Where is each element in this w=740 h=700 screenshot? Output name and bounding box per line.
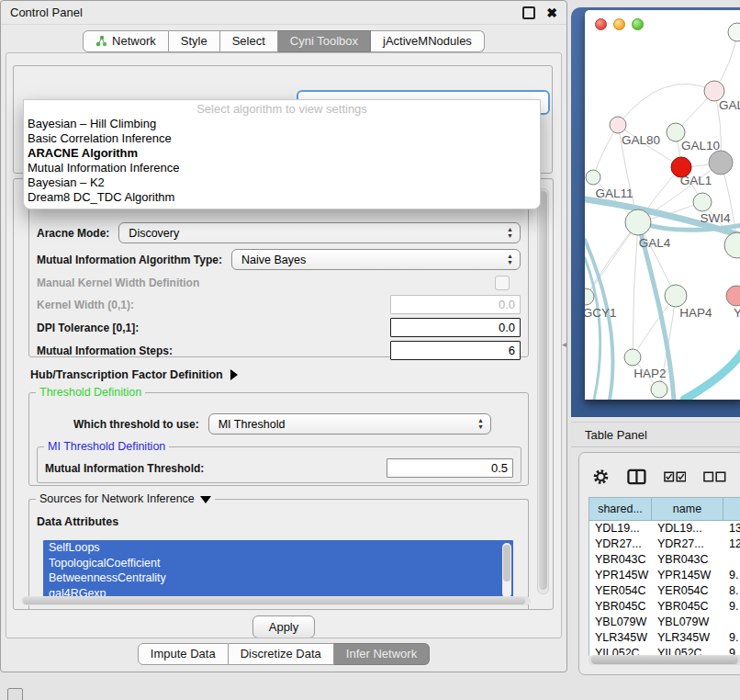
attribute-item-selected[interactable]: TopologicalCoefficient — [43, 556, 513, 571]
table-panel-title: Table Panel — [585, 428, 647, 442]
close-icon[interactable]: ✖ — [546, 6, 557, 19]
network-canvas[interactable]: GALGAL80GAL10GAL1GAL11SWI4GAL4GCY1HAP4YH… — [585, 10, 740, 400]
mi-steps-input[interactable]: 6 — [390, 341, 521, 360]
table-column-header[interactable]: shared... — [589, 498, 652, 521]
tab-discretize-data[interactable]: Discretize Data — [229, 643, 334, 665]
table-cell: 9. — [723, 630, 740, 646]
select-all-checkboxes-icon[interactable] — [664, 471, 687, 482]
which-threshold-value: MI Threshold — [219, 418, 286, 431]
mi-type-combo[interactable]: Naive Bayes ▲▼ — [231, 249, 521, 270]
algorithm-option[interactable]: Dream8 DC_TDC Algorithm — [24, 190, 540, 205]
network-node-gcy1[interactable] — [585, 288, 594, 305]
control-panel-tab-bar: NetworkStyleSelectCyni ToolboxjActiveMNo… — [1, 30, 566, 52]
network-node-hap2[interactable] — [624, 349, 641, 366]
combo-arrows-icon: ▲▼ — [507, 226, 513, 239]
node-label: HAP2 — [633, 367, 666, 380]
algorithm-option[interactable]: Basic Correlation Inference — [24, 131, 540, 146]
tab-label: Impute Data — [151, 647, 216, 660]
network-view-window[interactable]: GALGAL80GAL10GAL1GAL11SWI4GAL4GCY1HAP4YH… — [585, 10, 740, 400]
network-node[interactable] — [728, 23, 740, 41]
tab-cyni-toolbox[interactable]: Cyni Toolbox — [278, 30, 371, 52]
algorithm-option[interactable]: Bayesian – K2 — [24, 175, 540, 190]
table-cell: YER054C — [652, 583, 723, 599]
float-window-icon[interactable] — [522, 6, 535, 19]
tab-jactivemnodules[interactable]: jActiveMNodules — [371, 30, 485, 52]
mi-threshold-input[interactable]: 0.5 — [387, 458, 513, 478]
tab-label: Select — [232, 34, 265, 48]
table-horizontal-scrollbar[interactable] — [589, 655, 740, 665]
mi-threshold-label: Mutual Information Threshold: — [45, 462, 204, 475]
network-view-frame: GALGAL80GAL10GAL1GAL11SWI4GAL4GCY1HAP4YH… — [571, 7, 740, 417]
tab-network[interactable]: Network — [83, 30, 169, 52]
settings-vertical-scrollbar[interactable] — [537, 188, 549, 594]
aracne-mode-label: Aracne Mode: — [37, 227, 109, 240]
tab-impute-data[interactable]: Impute Data — [138, 643, 229, 665]
network-node-gal11[interactable] — [586, 170, 600, 185]
minimized-panel-icon[interactable] — [7, 688, 23, 700]
network-node-gal1[interactable] — [693, 193, 712, 211]
kernel-width-input[interactable]: 0.0 — [390, 295, 521, 314]
network-node[interactable] — [709, 151, 733, 175]
tab-label: Discretize Data — [241, 647, 321, 660]
tab-style[interactable]: Style — [169, 30, 220, 52]
table-panel-window: shared...name YDL19...YDL19...13YDR27...… — [578, 452, 740, 675]
algorithm-option[interactable]: ARACNE Algorithm — [24, 146, 540, 161]
cyni-bottom-tab-bar: Impute DataDiscretize DataInfer Network — [1, 643, 566, 665]
deselect-checkboxes-icon[interactable] — [703, 471, 726, 482]
splitter-collapse-arrow[interactable]: ◂ — [562, 339, 566, 349]
network-node-gal80[interactable] — [610, 117, 626, 133]
table-cell: 13 — [723, 521, 740, 536]
table-row[interactable]: YBL079WYBL079W — [589, 615, 740, 630]
combo-arrows-icon: ▲▼ — [477, 417, 484, 430]
mi-threshold-group: MI Threshold Definition Mutual Informati… — [37, 446, 521, 483]
network-node-gal4[interactable] — [625, 209, 651, 235]
attributes-list-scrollbar[interactable] — [502, 543, 511, 598]
collapse-down-icon — [200, 496, 211, 503]
table-row[interactable]: YBR043CYBR043C — [589, 552, 740, 568]
hub-definition-expander[interactable]: Hub/Transcription Factor Definition — [30, 367, 545, 383]
manual-kernel-checkbox[interactable] — [495, 276, 510, 290]
table-row[interactable]: YPR145WYPR145W9. — [589, 568, 740, 583]
settings-horizontal-scrollbar[interactable] — [21, 596, 531, 605]
network-node-hap4[interactable] — [665, 285, 687, 307]
tab-label: Infer Network — [346, 647, 417, 660]
table-cell: YBR045C — [589, 599, 652, 615]
network-node-swi4[interactable] — [724, 232, 740, 258]
window-zoom-button[interactable] — [632, 18, 644, 30]
aracne-mode-combo[interactable]: Discovery ▲▼ — [118, 222, 521, 243]
gear-icon[interactable] — [592, 468, 610, 486]
table-row[interactable]: YDL19...YDL19...13 — [589, 521, 740, 536]
table-row[interactable]: YDR27...YDR27...12 — [589, 536, 740, 552]
apply-button[interactable]: Apply — [252, 615, 315, 638]
network-node-y[interactable] — [726, 286, 740, 306]
data-attributes-list[interactable]: SelfLoopsTopologicalCoefficientBetweenne… — [43, 540, 513, 603]
tab-infer-network[interactable]: Infer Network — [334, 643, 430, 665]
tab-select[interactable]: Select — [220, 30, 278, 52]
table-cell: YBR043C — [589, 552, 652, 568]
columns-icon[interactable] — [627, 469, 646, 485]
tab-label: Network — [112, 34, 156, 48]
manual-kernel-label: Manual Kernel Width Definition — [37, 277, 199, 289]
table-column-header[interactable] — [723, 498, 740, 521]
attribute-item-selected[interactable]: BetweennessCentrality — [43, 570, 513, 586]
sources-group-title[interactable]: Sources for Network Inference — [36, 492, 215, 505]
node-attribute-table[interactable]: shared...name YDL19...YDL19...13YDR27...… — [589, 497, 740, 656]
algorithm-definition-group: Algorithm Definition Aracne Mode: Discov… — [28, 201, 529, 357]
algorithm-option[interactable]: Bayesian – Hill Climbing — [24, 117, 540, 131]
table-row[interactable]: YLR345WYLR345W9. — [589, 630, 740, 646]
kernel-width-label: Kernel Width (0,1): — [37, 299, 134, 311]
data-attributes-label: Data Attributes — [37, 515, 118, 528]
table-cell: 9. — [723, 568, 740, 583]
table-column-header[interactable]: name — [652, 498, 723, 521]
dpi-tolerance-input[interactable]: 0.0 — [390, 318, 521, 337]
algorithm-option[interactable]: Mutual Information Inference — [24, 161, 540, 175]
window-close-button[interactable] — [595, 18, 607, 30]
table-row[interactable]: YBR045CYBR045C9. — [589, 599, 740, 615]
window-minimize-button[interactable] — [613, 18, 625, 30]
which-threshold-combo[interactable]: MI Threshold ▲▼ — [208, 413, 491, 435]
table-row[interactable]: YER054CYER054C8. — [589, 583, 740, 599]
dpi-tolerance-label: DPI Tolerance [0,1]: — [37, 322, 139, 334]
attribute-item-selected[interactable]: SelfLoops — [43, 540, 513, 556]
network-node[interactable] — [651, 381, 667, 398]
table-cell: YDR27... — [589, 536, 652, 552]
